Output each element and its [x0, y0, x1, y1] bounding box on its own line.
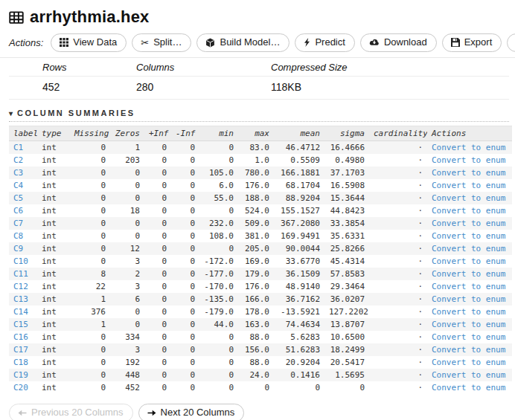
column-label-link[interactable]: C11	[13, 269, 28, 279]
convert-to-enum-link[interactable]: Convert to enum	[432, 307, 505, 317]
export-button[interactable]: Export	[442, 33, 502, 52]
column-zeros: 203	[110, 154, 144, 167]
column-label-link[interactable]: C1	[13, 143, 23, 152]
convert-to-enum-link[interactable]: Convert to enum	[432, 358, 505, 367]
convert-to-enum-link[interactable]: Convert to enum	[432, 143, 505, 152]
column-type: int	[37, 369, 70, 381]
column-missing: 376	[70, 306, 110, 318]
convert-to-enum-link[interactable]: Convert to enum	[432, 206, 505, 216]
column-summaries-section-toggle[interactable]: ▾ COLUMN SUMMARIES	[9, 109, 509, 122]
col-header-max: max	[238, 126, 274, 141]
split-button[interactable]: ✂ Split…	[132, 33, 191, 52]
table-row: C20 int 0 452 0 0 0 0 0 0 · Convert to e…	[9, 381, 512, 394]
column-min: 6.0	[199, 179, 238, 192]
column-label-link[interactable]: C13	[13, 294, 28, 304]
table-row: C4 int 0 0 0 0 6.0 176.0 68.1704 16.5908…	[9, 179, 512, 192]
convert-to-enum-link[interactable]: Convert to enum	[432, 332, 505, 342]
convert-to-enum-link[interactable]: Convert to enum	[432, 231, 505, 241]
column-label-link[interactable]: C14	[13, 307, 28, 317]
previous-columns-button[interactable]: Previous 20 Columns	[9, 404, 133, 420]
convert-to-enum-link[interactable]: Convert to enum	[432, 269, 505, 279]
convert-to-enum-link[interactable]: Convert to enum	[432, 219, 505, 228]
build-model-button[interactable]: Build Model…	[196, 33, 290, 52]
column-ninf: 0	[171, 268, 199, 280]
col-header-sigma: sigma	[324, 126, 369, 141]
column-min: -170.0	[199, 280, 238, 293]
column-label-link[interactable]: C9	[13, 244, 23, 253]
convert-to-enum-link[interactable]: Convert to enum	[432, 294, 505, 304]
convert-to-enum-link[interactable]: Convert to enum	[432, 256, 505, 266]
column-sigma: 36.0207	[324, 293, 369, 306]
column-sigma: 37.1703	[324, 167, 369, 179]
build-model-label: Build Model…	[220, 36, 280, 48]
column-zeros: 192	[110, 356, 144, 369]
convert-to-enum-link[interactable]: Convert to enum	[432, 345, 505, 355]
col-header-mean: mean	[274, 126, 324, 141]
view-data-button[interactable]: View Data	[51, 33, 127, 52]
column-mean: 51.6283	[274, 343, 324, 356]
column-zeros: 0	[110, 318, 144, 331]
column-label-link[interactable]: C5	[13, 193, 23, 203]
predict-label: Predict	[315, 36, 345, 48]
convert-to-enum-link[interactable]: Convert to enum	[432, 370, 505, 380]
column-label-link[interactable]: C2	[13, 155, 23, 165]
table-row: C10 int 0 3 0 0 -172.0 169.0 33.6770 45.…	[9, 255, 512, 268]
column-label-link[interactable]: C15	[13, 320, 28, 329]
column-label-link[interactable]: C16	[13, 332, 28, 342]
column-ninf: 0	[171, 204, 199, 217]
column-label-link[interactable]: C20	[13, 383, 28, 392]
column-pinf: 0	[144, 306, 171, 318]
column-min: -172.0	[199, 255, 238, 268]
convert-to-enum-link[interactable]: Convert to enum	[432, 383, 505, 392]
column-mean: 36.7162	[274, 293, 324, 306]
column-label-link[interactable]: C4	[13, 181, 23, 190]
column-label-link[interactable]: C3	[13, 168, 23, 178]
column-label-link[interactable]: C17	[13, 345, 28, 355]
column-min: 44.0	[199, 318, 238, 331]
column-min: 0	[199, 343, 238, 356]
column-mean: -13.5921	[274, 306, 324, 318]
column-pinf: 0	[144, 154, 171, 167]
column-mean: 33.6770	[274, 255, 324, 268]
col-header-ninf: -Inf	[171, 126, 199, 141]
predict-button[interactable]: Predict	[295, 33, 354, 52]
column-ninf: 0	[171, 192, 199, 204]
column-min: -135.0	[199, 293, 238, 306]
download-button[interactable]: Download	[360, 33, 437, 52]
split-label: Split…	[153, 36, 182, 48]
column-label-link[interactable]: C18	[13, 358, 28, 367]
column-label-link[interactable]: C12	[13, 282, 28, 291]
table-row: C6 int 0 18 0 0 0 524.0 155.1527 44.8423…	[9, 204, 512, 217]
export-label: Export	[464, 36, 493, 48]
convert-to-enum-link[interactable]: Convert to enum	[432, 282, 505, 291]
column-sigma: 35.6331	[324, 230, 369, 242]
column-mean: 48.9140	[274, 280, 324, 293]
column-missing: 0	[70, 141, 110, 155]
column-cardinality: ·	[369, 230, 427, 242]
convert-to-enum-link[interactable]: Convert to enum	[432, 155, 505, 165]
convert-to-enum-link[interactable]: Convert to enum	[432, 320, 505, 329]
column-label-link[interactable]: C10	[13, 256, 28, 266]
page-title: arrhythmia.hex	[30, 7, 150, 27]
column-ninf: 0	[171, 356, 199, 369]
column-label-link[interactable]: C8	[13, 231, 23, 241]
column-type: int	[37, 343, 70, 356]
arrow-left-icon	[18, 409, 27, 417]
column-label-link[interactable]: C19	[13, 370, 28, 380]
convert-to-enum-link[interactable]: Convert to enum	[432, 168, 505, 178]
convert-to-enum-link[interactable]: Convert to enum	[432, 193, 505, 203]
convert-to-enum-link[interactable]: Convert to enum	[432, 244, 505, 253]
column-ninf: 0	[171, 179, 199, 192]
convert-to-enum-link[interactable]: Convert to enum	[432, 181, 505, 190]
column-label-link[interactable]: C7	[13, 219, 23, 228]
next-columns-button[interactable]: Next 20 Columns	[138, 404, 245, 420]
column-sigma: 18.2499	[324, 343, 369, 356]
delete-button[interactable]: Delete	[507, 33, 515, 52]
table-row: C7 int 0 0 0 0 232.0 509.0 367.2080 33.3…	[9, 217, 512, 230]
column-cardinality: ·	[369, 141, 427, 155]
pager: Previous 20 Columns Next 20 Columns	[9, 404, 509, 420]
frame-stats: Rows Columns Compressed Size 452 280 118…	[9, 58, 509, 100]
column-type: int	[37, 381, 70, 394]
column-label-link[interactable]: C6	[13, 206, 23, 216]
save-icon	[451, 38, 460, 47]
